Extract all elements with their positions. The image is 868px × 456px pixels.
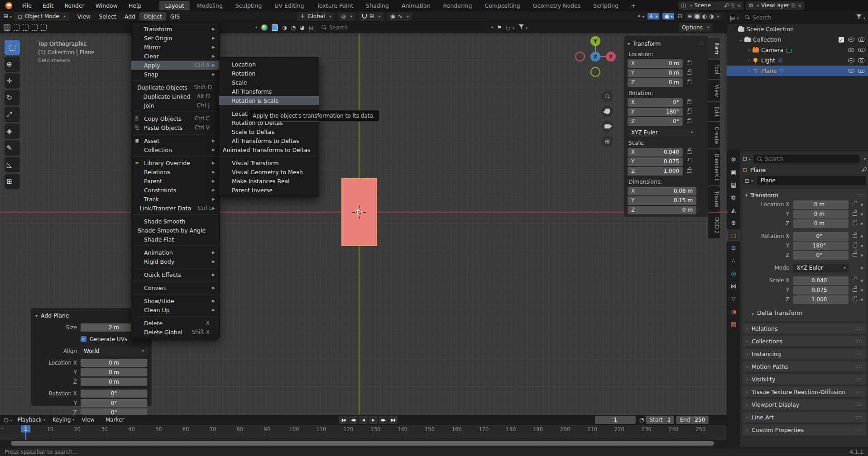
render-visibility-icon[interactable] [858, 69, 864, 73]
editor-type-button[interactable]: ⊞▾ [4, 13, 12, 19]
menu-item[interactable]: Delete Global Shift X ▶ [131, 328, 219, 337]
close-icon[interactable]: × [737, 3, 741, 9]
transport-button[interactable]: ▶▮ [388, 416, 398, 424]
menu-item[interactable]: Duplicate Linked Alt D ▶ [131, 92, 219, 101]
lock-icon[interactable] [687, 110, 691, 114]
menu-item[interactable]: Duplicate Objects Shift D ▶ [131, 83, 219, 92]
chevron-down-icon[interactable]: ▾ [491, 25, 493, 29]
menu-item[interactable]: Track ▶ [131, 195, 219, 204]
value-field[interactable]: 0 m▾ [793, 200, 849, 209]
visibility-dropdown[interactable]: ⌖▾ [638, 13, 644, 19]
workspace-tab[interactable]: Compositing [479, 1, 525, 10]
value-field[interactable]: X0.040 [628, 148, 683, 157]
add-plane-title[interactable]: Add Plane [41, 312, 69, 319]
properties-tab[interactable]: ▽ [727, 293, 740, 304]
current-frame-field[interactable]: 1 [595, 416, 636, 424]
orientation-dropdown[interactable]: ✛ Global ▾ [297, 12, 334, 21]
lock-icon[interactable] [853, 222, 857, 225]
viewlayer-name[interactable]: ViewLayer [761, 2, 789, 9]
npanel-transform-title[interactable]: Transform [633, 40, 661, 47]
npanel-tab[interactable]: View [708, 80, 720, 101]
expander-icon[interactable]: › [745, 47, 753, 53]
tool-button[interactable]: ✎ [5, 140, 20, 156]
value-field[interactable]: 0.075▾ [793, 286, 849, 294]
menu-item[interactable]: Mirror ▶ [131, 43, 219, 52]
transport-button[interactable]: ◀ [359, 416, 368, 424]
value-field[interactable]: Y180° [628, 108, 683, 116]
menu-item[interactable]: Parent ▶ [131, 176, 219, 185]
solid-shading-icon[interactable]: ● [694, 14, 700, 19]
menu-item[interactable]: Clear ▶ [131, 52, 219, 61]
gis-tile-icon[interactable] [272, 24, 278, 31]
outliner-editor-type-button[interactable]: ▤▾ [730, 14, 739, 21]
properties-tab[interactable]: ⚙ [727, 154, 740, 165]
scene-selector[interactable]: ◫▾ Scene ⎘ × [678, 1, 743, 10]
npanel-tab[interactable]: OCD 2 [708, 213, 720, 238]
value-field[interactable]: 0° [81, 408, 147, 415]
drag-dots-icon[interactable]: ∷∷ [855, 352, 862, 356]
value-field[interactable]: Z1.000 [628, 167, 683, 176]
transport-button[interactable]: ▮◀ [339, 416, 348, 424]
toolbar-search-input[interactable]: Search [318, 23, 485, 32]
workspace-tab[interactable]: Texture Paint [311, 1, 359, 10]
tool-button[interactable]: ⊞ [5, 174, 20, 189]
value-field[interactable]: 0.040▾ [793, 276, 849, 285]
animate-dot[interactable] [861, 299, 863, 301]
copy-icon[interactable]: ⎘ [791, 3, 796, 9]
topbar-menu[interactable]: File [17, 2, 37, 9]
npanel-tab[interactable]: Tool [708, 60, 720, 79]
rendered-shading-icon[interactable]: ◑ [709, 14, 714, 19]
viewport-menu[interactable]: Select [95, 12, 120, 21]
animate-dot[interactable] [861, 254, 863, 256]
topbar-menu[interactable]: Render [59, 2, 90, 9]
menu-item[interactable]: Apply Ctrl A ▶ [131, 61, 219, 70]
workspace-tab[interactable]: Scripting [588, 1, 624, 10]
value-field[interactable]: 1.000▾ [793, 295, 849, 304]
scene-name[interactable]: Scene [694, 2, 721, 9]
id-type-dropdown[interactable]: ◻▾ [743, 176, 755, 185]
chevron-down-icon[interactable]: ▾ [255, 25, 257, 29]
value-field[interactable]: Z0 m [628, 206, 696, 214]
gizmo-negative-y-axis[interactable] [590, 67, 600, 77]
chevron-down-icon[interactable]: ▾ [35, 313, 38, 318]
perspective-toggle-button[interactable]: ⊞ [601, 135, 613, 147]
tool-button[interactable]: ⊕ [5, 57, 20, 72]
value-field[interactable]: 0 m▾ [793, 219, 849, 228]
collapsed-panel-header[interactable]: › Tissue Texture Reaction-Diffusion ∷∷ [743, 386, 866, 397]
menu-item[interactable]: Show/Hide ▶ [131, 296, 219, 305]
collapsed-panel-header[interactable]: › Instancing ∷∷ [743, 348, 866, 359]
outliner-row[interactable]: › Camera ✓ [727, 45, 868, 55]
pivot-dropdown[interactable]: ◎▾ [338, 12, 355, 21]
timeline-editor-type-button[interactable]: ◷▾ [4, 417, 12, 423]
tool-button[interactable]: ◺ [5, 157, 20, 172]
chevron-down-icon[interactable]: ▾ [628, 41, 630, 46]
animate-dot[interactable] [861, 280, 863, 282]
menu-item[interactable]: Collection ▶ [131, 145, 219, 154]
properties-tab[interactable]: ◭ [727, 204, 740, 216]
lock-icon[interactable] [853, 244, 857, 247]
snap-controls[interactable]: ⊞▾ [359, 12, 384, 21]
value-field[interactable]: 0° [81, 390, 147, 398]
value-field[interactable]: 0°▾ [793, 232, 849, 241]
value-field[interactable]: Y0.15 m [628, 196, 696, 205]
transport-button[interactable]: ◀◆ [349, 416, 358, 424]
tool-button[interactable]: ↻ [5, 90, 20, 105]
workspace-tab[interactable]: Animation [396, 1, 436, 10]
delta-transform-panel[interactable]: › Delta Transform [745, 308, 863, 318]
properties-tab[interactable]: ⊕ [727, 217, 740, 228]
select-subtract-mode-icon[interactable] [22, 24, 29, 31]
chevron-down-icon[interactable]: ▾ [745, 193, 748, 198]
pan-button[interactable] [601, 105, 613, 117]
menu-item[interactable]: Delete X ▶ [131, 318, 219, 328]
menu-item[interactable]: Quick Effects ▶ [131, 270, 219, 279]
menu-item[interactable]: Animation ▶ [131, 248, 219, 257]
lock-icon[interactable] [687, 119, 691, 123]
animate-dot[interactable] [861, 289, 863, 291]
options-button[interactable]: Options ▾ [679, 23, 712, 32]
viewlayer-selector[interactable]: ⧉▾ ViewLayer ⎘ × [746, 1, 805, 10]
lock-icon[interactable] [687, 100, 691, 104]
xray-toggle[interactable]: ⊡ [677, 14, 682, 19]
gis-mask-icon[interactable]: ◕ [300, 25, 304, 30]
start-frame-field[interactable]: Start1 [646, 416, 674, 424]
mode-dropdown[interactable]: ◻ Object Mode ▾ [14, 12, 69, 21]
